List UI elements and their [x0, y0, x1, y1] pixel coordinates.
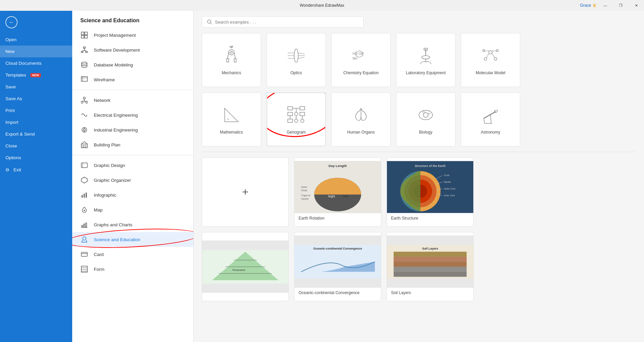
window-controls: — ❐ ✕ [597, 0, 644, 11]
sidebar-item-exit[interactable]: ⊖ Exit [0, 164, 72, 176]
template-card-astronomy[interactable]: Astronomy [461, 92, 520, 146]
sidebar-item-export[interactable]: Export & Send [0, 128, 72, 140]
industrial-icon [80, 126, 88, 134]
crown-icon: ♛ [592, 3, 597, 8]
restore-button[interactable]: ❐ [613, 0, 628, 11]
svg-rect-94 [288, 112, 292, 116]
import-label: Import [5, 120, 18, 125]
building-icon [80, 141, 88, 149]
category-item-form[interactable]: Form [72, 262, 193, 277]
template-card-human-organs[interactable]: Human Organs [331, 92, 391, 146]
svg-text:Outer Core: Outer Core [444, 188, 455, 190]
sidebar-item-options[interactable]: Options [0, 152, 72, 164]
category-item-graphic-org[interactable]: Graphic Organizer [72, 173, 193, 188]
template-card-pyramid[interactable]: Temperature [202, 232, 289, 301]
svg-rect-90 [288, 107, 292, 110]
sidebar-item-import[interactable]: Import [0, 116, 72, 128]
template-card-earth-structure[interactable]: Structure of the Earth Crust [387, 158, 474, 227]
svg-line-39 [82, 240, 83, 242]
category-item-graphic-design[interactable]: Graphic Design [72, 158, 193, 173]
template-card-oceanic[interactable]: Oceanic-continental Convergence Oceanic-… [294, 232, 381, 301]
optics-label: Optics [288, 70, 305, 75]
svg-rect-36 [86, 223, 87, 227]
category-item-software-dev[interactable]: Software Development [72, 42, 193, 57]
graphic-design-label: Graphic Design [94, 163, 125, 168]
svg-point-10 [82, 62, 87, 64]
category-item-industrial[interactable]: Industrial Engineering [72, 122, 193, 137]
template-card-molecular[interactable]: Molecular Model [461, 33, 520, 87]
sidebar-item-print[interactable]: Print [0, 105, 72, 116]
category-item-electrical[interactable]: Electrical Engineering [72, 108, 193, 122]
template-card-chemistry[interactable]: HO OH NH Chemistry Equation [331, 33, 391, 87]
svg-line-109 [484, 118, 484, 123]
new-label: New [5, 49, 15, 54]
svg-text:Night: Night [328, 195, 335, 198]
svg-text:Oceanic-continental Convergenc: Oceanic-continental Convergence [313, 247, 362, 250]
sidebar-item-new[interactable]: New [0, 46, 72, 57]
svg-rect-32 [86, 193, 87, 198]
category-item-science[interactable]: Science and Education [72, 232, 193, 247]
sidebar-item-save[interactable]: Save [0, 81, 72, 93]
minimize-button[interactable]: — [597, 0, 613, 11]
svg-text:Tropic of: Tropic of [301, 194, 310, 197]
category-item-network[interactable]: Network [72, 93, 193, 108]
template-card-optics[interactable]: Optics [267, 33, 326, 87]
template-card-earth-rotation[interactable]: Day Length Night Day Arctic Circle Tropi… [294, 158, 381, 227]
open-label: Open [5, 37, 17, 42]
category-item-infographic[interactable]: Infographic [72, 188, 193, 202]
category-item-building[interactable]: Building Plan [72, 137, 193, 152]
new-badge: NEW [30, 73, 41, 77]
sidebar-item-templates[interactable]: Templates NEW [0, 69, 72, 81]
svg-point-84 [483, 50, 485, 52]
category-item-database[interactable]: Database Modeling [72, 57, 193, 72]
save-label: Save [5, 84, 16, 89]
svg-rect-149 [394, 266, 467, 272]
svg-rect-31 [84, 194, 85, 198]
svg-line-54 [227, 52, 229, 59]
sidebar-item-saveas[interactable]: Save As [0, 93, 72, 105]
user-area[interactable]: Grace ♛ [580, 0, 597, 11]
svg-rect-42 [81, 252, 87, 256]
sidebar-item-close[interactable]: Close [0, 140, 72, 152]
svg-text:Circle: Circle [301, 189, 307, 192]
svg-point-83 [496, 50, 498, 52]
category-item-graphs[interactable]: Graphs and Charts [72, 217, 193, 232]
svg-point-14 [83, 97, 85, 99]
card-icon [80, 250, 88, 258]
template-card-biology[interactable]: Biology [396, 92, 455, 146]
svg-rect-26 [85, 145, 86, 148]
exit-label: Exit [13, 167, 21, 172]
soil-label: Soil Layers [387, 288, 473, 298]
svg-rect-53 [230, 46, 233, 47]
template-card-soil[interactable]: Soil Layers Soil Layers [387, 232, 474, 301]
search-bar [194, 11, 644, 33]
template-card-genogram[interactable]: Genogram [267, 92, 326, 146]
soil-preview: Soil Layers [387, 235, 473, 288]
template-card-mathematics[interactable]: θ Mathematics [202, 92, 261, 146]
mathematics-icon: θ [221, 104, 242, 126]
template-card-new[interactable]: + [202, 158, 289, 227]
sidebar-item-cloud[interactable]: Cloud Documents [0, 57, 72, 69]
mathematics-label: Mathematics [217, 130, 246, 135]
template-card-lab[interactable]: Laboratory Equipment [396, 33, 455, 87]
sidebar-menu: Open New Cloud Documents Templates NEW S… [0, 34, 72, 176]
template-card-mechanics[interactable]: Mechanics [202, 33, 261, 87]
close-button[interactable]: ✕ [628, 0, 644, 11]
search-input-wrap[interactable] [202, 16, 364, 28]
category-item-project-mgmt[interactable]: Project Management [72, 28, 193, 42]
category-item-wireframe[interactable]: Wireframe [72, 72, 193, 87]
back-button[interactable]: ← [0, 11, 72, 34]
category-panel-title: Science and Education [72, 11, 193, 28]
search-input[interactable] [215, 20, 359, 25]
category-item-map[interactable]: Map [72, 202, 193, 217]
astronomy-icon [480, 104, 501, 126]
svg-marker-29 [81, 177, 87, 183]
svg-point-50 [229, 50, 234, 55]
category-item-card[interactable]: Card [72, 247, 193, 262]
svg-rect-25 [83, 145, 84, 148]
lab-icon [415, 45, 437, 66]
electrical-label: Electrical Engineering [94, 113, 138, 118]
print-label: Print [5, 108, 15, 113]
svg-line-55 [234, 52, 235, 59]
sidebar-item-open[interactable]: Open [0, 34, 72, 46]
